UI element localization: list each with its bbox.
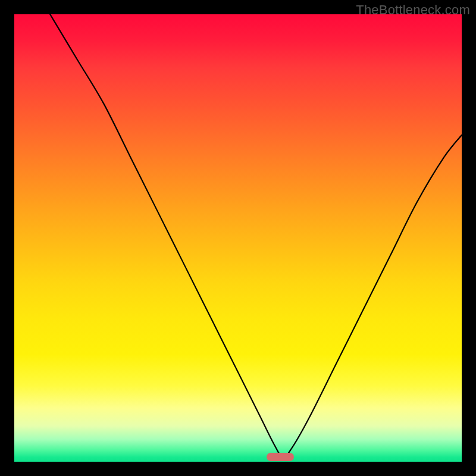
watermark-text: TheBottleneck.com — [356, 2, 470, 18]
chart-container: TheBottleneck.com — [0, 0, 476, 476]
bottleneck-curve-path — [50, 14, 462, 458]
optimum-marker — [267, 453, 294, 461]
curve-svg — [14, 14, 462, 462]
plot-area — [14, 14, 462, 462]
